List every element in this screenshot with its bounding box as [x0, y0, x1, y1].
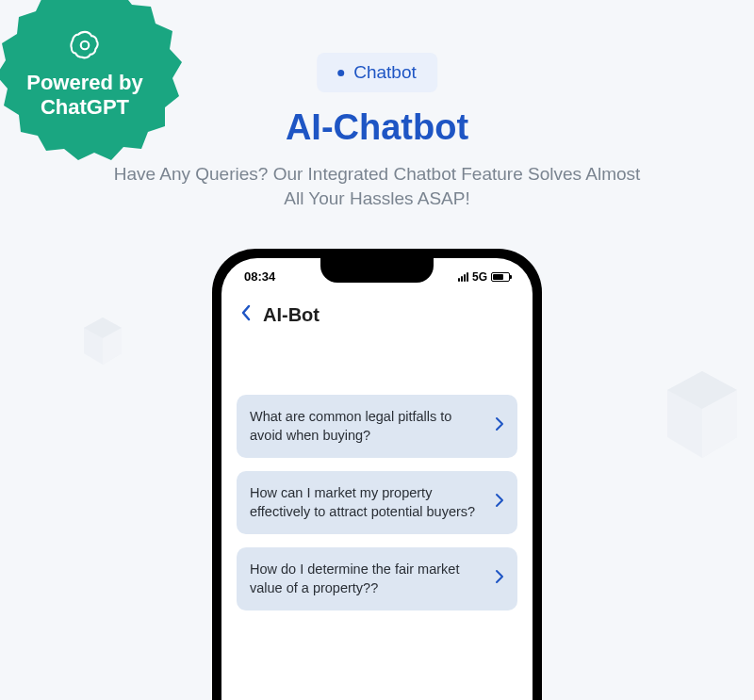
- suggestion-item[interactable]: What are common legal pitfalls to avoid …: [237, 395, 517, 458]
- network-label: 5G: [472, 270, 487, 284]
- back-icon[interactable]: [240, 302, 252, 327]
- app-header: AI-Bot: [221, 287, 533, 338]
- openai-icon: [26, 29, 142, 65]
- phone-screen: 08:34 5G AI-Bot: [221, 258, 533, 700]
- suggestion-text: How do I determine the fair market value…: [250, 561, 484, 597]
- signal-icon: [458, 272, 468, 282]
- svg-point-0: [81, 41, 90, 49]
- powered-by-badge: Powered by ChatGPT: [0, 0, 188, 160]
- page-title: AI-Chatbot: [286, 107, 468, 148]
- suggestion-list: What are common legal pitfalls to avoid …: [221, 338, 533, 610]
- category-pill: Chatbot: [317, 53, 437, 92]
- decorative-cube-right: [660, 367, 745, 462]
- pill-dot-icon: [337, 70, 344, 76]
- suggestion-text: What are common legal pitfalls to avoid …: [250, 408, 484, 445]
- battery-icon: [491, 272, 510, 282]
- chevron-right-icon: [495, 493, 504, 513]
- phone-frame: 08:34 5G AI-Bot: [212, 249, 542, 700]
- pill-label: Chatbot: [353, 62, 417, 83]
- suggestion-item[interactable]: How can I market my property effectively…: [237, 471, 517, 534]
- chevron-right-icon: [495, 569, 504, 589]
- badge-text-line2: ChatGPT: [26, 95, 142, 120]
- page-subtitle: Have Any Queries? Our Integrated Chatbot…: [113, 162, 641, 210]
- decorative-cube-left: [80, 316, 125, 366]
- app-header-title: AI-Bot: [263, 304, 320, 326]
- status-indicators: 5G: [458, 270, 510, 284]
- badge-text-line1: Powered by: [26, 71, 142, 95]
- chevron-right-icon: [495, 416, 504, 436]
- status-time: 08:34: [244, 269, 275, 284]
- phone-notch: [320, 258, 434, 283]
- suggestion-item[interactable]: How do I determine the fair market value…: [237, 547, 517, 610]
- suggestion-text: How can I market my property effectively…: [250, 484, 484, 521]
